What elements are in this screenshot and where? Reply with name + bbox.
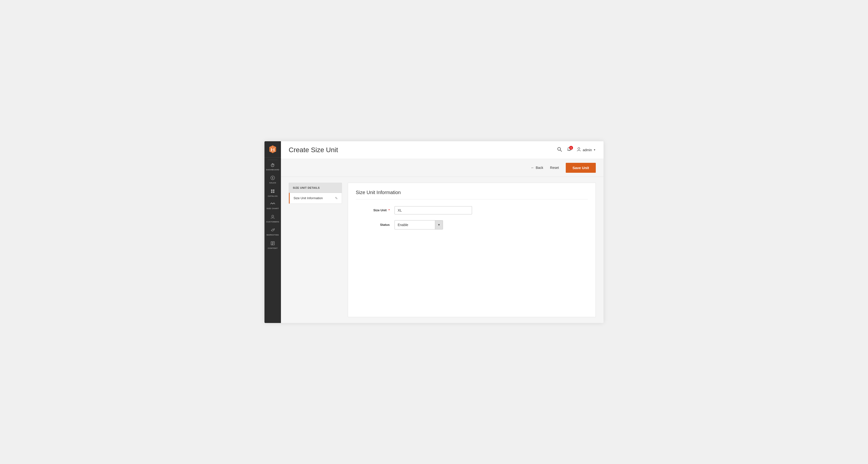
back-button[interactable]: ← Back [531,166,543,170]
notification-badge: 1 [569,146,573,150]
catalog-icon [271,189,275,194]
sidebar-logo [265,141,281,158]
size-unit-info-nav-item[interactable]: Size Unit Information ✎ [289,193,342,204]
user-avatar-icon [577,147,581,153]
size-unit-details-panel: SIZE UNIT DETAILS Size Unit Information … [289,183,342,204]
section-title: Size Unit Information [356,190,588,199]
status-row: Status Enable Disable ▼ [356,220,588,229]
required-star: * [389,208,390,212]
sidebar-item-content[interactable]: CONTENT [265,239,281,252]
sidebar-item-size-chart-label: SIZE CHART [267,207,279,210]
form-area: SIZE UNIT DETAILS Size Unit Information … [281,177,603,323]
save-button-label: Save Unit [572,166,589,170]
sidebar: ⏱ DASHBOARD $ SALES CATALOG [265,141,281,323]
action-bar: ← Back Reset Save Unit [281,159,603,177]
panel-header-label: SIZE UNIT DETAILS [289,183,342,193]
marketing-icon [271,228,275,233]
customers-icon [271,215,275,220]
svg-rect-3 [273,190,274,191]
sidebar-item-customers[interactable]: CUSTOMERS [265,212,281,226]
edit-icon: ✎ [335,196,338,200]
header-actions: 1 admin ▼ [557,147,596,153]
sidebar-item-sales-label: SALES [269,182,276,184]
sidebar-item-customers-label: CUSTOMERS [266,221,279,223]
search-icon [557,147,562,152]
sidebar-item-marketing[interactable]: MARKETING [265,225,281,239]
save-unit-button[interactable]: Save Unit [566,163,596,173]
notification-button[interactable]: 1 [567,147,571,153]
svg-line-13 [560,150,562,151]
svg-point-14 [578,148,580,149]
sales-icon: $ [271,176,275,181]
user-dropdown-icon: ▼ [593,148,596,151]
sidebar-item-catalog[interactable]: CATALOG [265,186,281,200]
svg-rect-2 [271,190,273,191]
sidebar-item-sales[interactable]: $ SALES [265,173,281,186]
reset-button[interactable]: Reset [547,164,562,172]
svg-point-6 [272,215,274,217]
reset-button-label: Reset [550,166,559,170]
magento-logo-icon [268,145,277,154]
left-panel: SIZE UNIT DETAILS Size Unit Information … [289,183,342,317]
right-panel: Size Unit Information Size Unit * Status [348,183,596,317]
sidebar-item-catalog-label: CATALOG [268,195,278,198]
svg-rect-10 [272,243,274,244]
size-unit-row: Size Unit * [356,206,588,214]
svg-rect-9 [272,242,274,243]
sidebar-item-dashboard[interactable]: ⏱ DASHBOARD [265,161,281,173]
sidebar-item-dashboard-label: DASHBOARD [266,169,279,171]
back-arrow-icon: ← [531,166,534,170]
search-button[interactable] [557,147,562,153]
sidebar-item-size-chart[interactable]: SIZE CHART [265,200,281,212]
user-name-label: admin [583,148,592,152]
main-content: Create Size Unit 1 [281,141,603,323]
status-label: Status [356,223,395,227]
select-arrow-icon: ▼ [435,221,443,229]
page-title: Create Size Unit [289,146,338,154]
size-chart-icon [270,202,275,206]
svg-rect-5 [273,192,274,193]
svg-rect-11 [272,244,273,245]
user-menu[interactable]: admin ▼ [577,147,596,153]
nav-item-label: Size Unit Information [293,196,323,200]
dashboard-icon: ⏱ [271,163,275,168]
status-select[interactable]: Enable Disable [395,221,435,229]
size-unit-label: Size Unit * [356,208,395,212]
status-select-wrapper: Enable Disable ▼ [395,220,443,229]
top-header: Create Size Unit 1 [281,141,603,159]
sidebar-item-marketing-label: MARKETING [267,234,279,236]
svg-rect-4 [271,192,273,193]
sidebar-item-content-label: CONTENT [268,247,278,250]
svg-text:$: $ [272,177,273,179]
back-button-label: Back [536,166,543,170]
content-icon [271,241,275,246]
svg-point-7 [274,229,275,229]
size-unit-input[interactable] [395,206,472,214]
